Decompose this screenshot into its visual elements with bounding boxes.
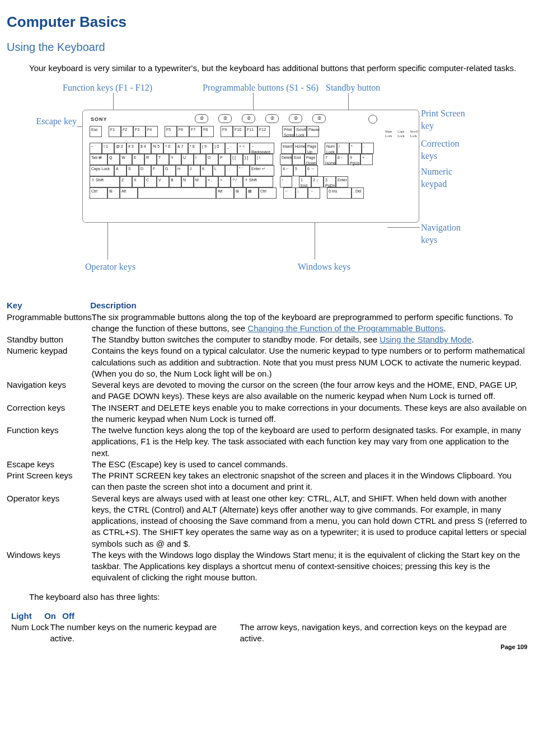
keycap: +	[360, 154, 373, 165]
table-row: Function keysThe twelve function keys al…	[7, 425, 527, 459]
table-row: Numeric keypadContains the keys found on…	[7, 345, 527, 379]
keycap: H	[176, 165, 188, 176]
keycap: Num Lock	[325, 143, 337, 154]
keycap: →	[308, 187, 320, 199]
link[interactable]: Changing the Function of the Programmabl…	[247, 323, 443, 333]
table-row: Print Screen keysThe PRINT SCREEN key ta…	[7, 470, 527, 493]
keycap: F12	[257, 126, 270, 137]
keycap: } ]	[243, 154, 255, 165]
keycap: I	[194, 154, 206, 165]
table-row: Operator keysSeveral keys are always use…	[7, 493, 527, 550]
table-row: Navigation keysSeveral keys are devoted …	[7, 379, 527, 402]
keycap: R	[144, 154, 157, 165]
keycap: F	[151, 165, 163, 176]
outro-paragraph: The keyboard also has three lights:	[29, 591, 527, 603]
keycap: F10	[233, 126, 245, 137]
table-row: Escape keysThe ESC (Escape) key is used …	[7, 459, 527, 470]
keycap: U	[181, 154, 194, 165]
keycap: F5	[165, 126, 177, 137]
indicator-lights: Num Lock Caps Lock Scroll Lock	[385, 129, 419, 138]
keycap: Print Screen	[282, 126, 294, 137]
standby-button-icon	[368, 115, 377, 124]
keycap: > .	[218, 176, 231, 187]
page-subtitle: Using the Keyboard	[7, 40, 527, 55]
keycap: ←	[283, 187, 296, 199]
keycap: ) 0	[213, 143, 225, 154]
table-row: Standby buttonThe Standby button switche…	[7, 334, 527, 345]
light-table: Num LockThe number keys on the numeric k…	[11, 622, 527, 645]
keycap: ⊞	[107, 187, 120, 199]
keycap: % 5	[151, 143, 163, 154]
keycap: F9	[221, 126, 233, 137]
keycap: Page Down	[305, 154, 317, 165]
keycap: Alt	[216, 187, 234, 199]
keycap: ? /	[231, 176, 243, 187]
keycap: _ -	[225, 143, 237, 154]
keycap: O	[206, 154, 218, 165]
keyrow-function: EscF1F2F3F4F5F6F7F8F9F10F11F12Print Scre…	[90, 126, 319, 137]
keycap: Ctrl	[259, 187, 277, 199]
keycap: . Del	[352, 187, 364, 199]
label-windows-keys: Windows keys	[298, 261, 350, 273]
keycap: Enter	[336, 176, 348, 187]
keyrow-qwerty: Tab ⇄QWERTYUIOP{ [} ]| \DeleteEndPage Do…	[90, 154, 373, 165]
keycap: 4 ←	[281, 165, 293, 176]
keycap: { [	[231, 154, 243, 165]
keycap: 1 End	[299, 176, 311, 187]
label-numeric-keypad: Numeric keypad	[421, 166, 471, 190]
keycap: & 7	[176, 143, 188, 154]
keycap: ( 9	[200, 143, 213, 154]
keycap: Enter ↵	[250, 165, 274, 176]
label-correction-keys: Correction keys	[421, 138, 471, 162]
table-row: Correction keysThe INSERT and DELETE key…	[7, 402, 527, 425]
keyboard-brand: SONY	[91, 116, 107, 123]
keycap: 7 Home	[324, 154, 336, 165]
keycap: V	[157, 176, 169, 187]
keycap: X	[132, 176, 144, 187]
key-description-table: Programmable buttonsThe six programmable…	[7, 312, 527, 584]
keycap: ~ `	[90, 143, 102, 154]
keycap: ⇧ Shift	[90, 176, 120, 187]
keycap: ← Backspace	[250, 143, 274, 154]
keycap: D	[139, 165, 151, 176]
table-row: Programmable buttonsThe six programmable…	[7, 312, 527, 335]
keycap: " '	[237, 165, 250, 176]
keycap: Ctrl	[90, 187, 107, 199]
keycap: W	[120, 154, 132, 165]
keycap: C	[144, 176, 157, 187]
keycap: L	[213, 165, 225, 176]
keycap: | \	[255, 154, 273, 165]
keycap: Tab ⇄	[90, 154, 107, 165]
keycap	[138, 187, 216, 199]
label-navigation-keys: Navigation keys	[421, 222, 471, 246]
intro-paragraph: Your keyboard is very similar to a typew…	[29, 63, 527, 74]
keycap: Caps Lock	[90, 165, 114, 176]
keycap: P	[218, 154, 231, 165]
keycap: ! 1	[102, 143, 114, 154]
keycap: F6	[177, 126, 189, 137]
keycap: + =	[237, 143, 250, 154]
keyrow-home: Caps LockASDFGHJKL: ;" 'Enter ↵4 ←56 →	[90, 165, 318, 176]
keycap: J	[188, 165, 200, 176]
keycap: F11	[245, 126, 257, 137]
keycap: Z	[120, 176, 132, 187]
keyboard-figure: Function keys (F1 - F12) Programmable bu…	[29, 82, 527, 283]
keycap: N	[181, 176, 194, 187]
keycap: ▤	[246, 187, 259, 199]
page-title: Computer Basics	[7, 12, 527, 32]
keycap: End	[292, 154, 305, 165]
keycap: F2	[121, 126, 133, 137]
keycap: F7	[189, 126, 202, 137]
keycap: Y	[169, 154, 181, 165]
keycap: F1	[109, 126, 121, 137]
keycap: < ,	[206, 176, 218, 187]
keycap: # 3	[127, 143, 139, 154]
keycap: 2 ↓	[311, 176, 324, 187]
keycap: 0 Ins	[327, 187, 352, 199]
keycap: Insert	[281, 143, 293, 154]
keycap: * 8	[188, 143, 200, 154]
keycap: ^ 6	[163, 143, 176, 154]
keycap: ⇧ Shift	[243, 176, 273, 187]
link[interactable]: Using the Standby Mode	[380, 335, 471, 344]
keycap: 9 PgUp	[348, 154, 360, 165]
